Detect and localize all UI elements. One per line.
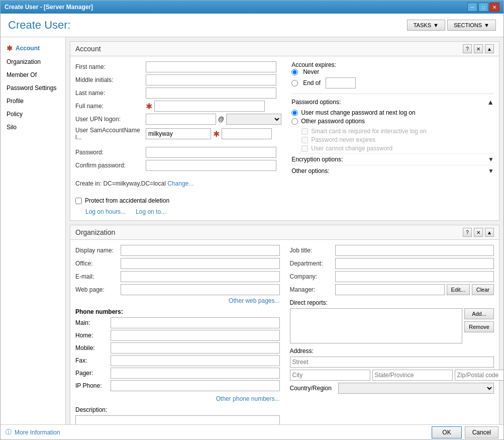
direct-reports-section: Direct reports: Add... Remove: [290, 299, 494, 343]
expires-never-radio[interactable]: [291, 69, 298, 75]
password-radio-group: User must change password at next log on…: [291, 109, 494, 125]
org-section-header: Organization ? ✕ ▲: [70, 225, 499, 240]
window-title: Create User - [Server Manager]: [5, 4, 93, 11]
status-buttons: OK Cancel: [432, 426, 498, 438]
company-input[interactable]: [335, 271, 494, 282]
office-input[interactable]: [121, 258, 280, 269]
tasks-dropdown-icon: ▼: [433, 22, 439, 28]
account-close-button[interactable]: ✕: [474, 44, 483, 53]
address-street-input[interactable]: [290, 357, 494, 368]
encryption-label: Encryption options:: [291, 156, 343, 163]
sam-account-input[interactable]: [222, 128, 272, 139]
job-title-input[interactable]: [335, 245, 494, 256]
account-collapse-button[interactable]: ▲: [485, 44, 494, 53]
direct-reports-remove-button[interactable]: Remove: [464, 321, 494, 332]
sidebar-item-password-settings[interactable]: Password Settings: [1, 81, 65, 95]
password-options-title: Password options:: [291, 99, 341, 106]
description-textarea[interactable]: [75, 415, 280, 424]
address-city-row: [290, 370, 494, 381]
expires-end-radio[interactable]: [291, 80, 298, 86]
info-icon: ⓘ: [6, 428, 12, 436]
maximize-button[interactable]: □: [478, 3, 488, 12]
org-close-button[interactable]: ✕: [474, 228, 483, 237]
mobile-phone-input[interactable]: [111, 342, 280, 354]
web-page-input[interactable]: [121, 284, 280, 295]
first-name-input[interactable]: [146, 61, 276, 72]
upn-user-input[interactable]: [146, 114, 216, 125]
never-expires-checkbox[interactable]: [301, 137, 308, 143]
password-collapse-button[interactable]: ▲: [487, 98, 494, 106]
content-area[interactable]: Account ? ✕ ▲ First name:: [66, 37, 503, 424]
smart-card-checkbox[interactable]: [301, 128, 308, 135]
account-help-button[interactable]: ?: [463, 44, 472, 53]
manager-clear-button[interactable]: Clear: [472, 284, 494, 295]
sidebar-item-member-of[interactable]: Member Of: [1, 68, 65, 81]
other-options-expand-icon[interactable]: ▼: [488, 167, 494, 174]
tasks-button[interactable]: TASKS ▼: [407, 20, 445, 31]
cannot-change-checkbox[interactable]: [301, 145, 308, 152]
middle-initials-label: Middle initials:: [75, 76, 146, 83]
sam-domain-input[interactable]: milkyway: [146, 128, 211, 139]
manager-input[interactable]: [335, 284, 445, 295]
app-header: Create User: TASKS ▼ SECTIONS ▼: [1, 14, 503, 37]
cancel-button[interactable]: Cancel: [465, 426, 498, 438]
close-button[interactable]: ✕: [489, 3, 499, 12]
org-help-button[interactable]: ?: [463, 228, 472, 237]
middle-initials-input[interactable]: [146, 74, 276, 85]
sidebar-item-account[interactable]: ✱ Account: [1, 41, 65, 55]
sidebar-item-silo[interactable]: Silo: [1, 121, 65, 134]
fax-phone-input[interactable]: [111, 355, 280, 366]
sidebar-item-profile[interactable]: Profile: [1, 95, 65, 108]
log-on-to-link[interactable]: Log on to...: [136, 208, 166, 215]
other-web-pages-link[interactable]: Other web pages...: [229, 297, 279, 304]
other-options-radio[interactable]: [291, 118, 298, 125]
direct-reports-list[interactable]: [290, 308, 463, 343]
minimize-button[interactable]: ─: [467, 3, 477, 12]
address-state-input[interactable]: [372, 370, 453, 381]
password-label: Password:: [75, 149, 146, 156]
home-phone-input[interactable]: [111, 330, 280, 341]
last-name-input[interactable]: [146, 87, 276, 99]
direct-reports-buttons: Add... Remove: [464, 308, 494, 343]
main-phone-input[interactable]: [111, 317, 280, 328]
must-change-radio[interactable]: [291, 110, 298, 116]
direct-reports-add-button[interactable]: Add...: [464, 308, 494, 319]
email-input[interactable]: [121, 271, 280, 282]
ok-button[interactable]: OK: [432, 426, 461, 438]
sidebar-label-policy: Policy: [7, 111, 23, 118]
protect-checkbox[interactable]: [75, 198, 82, 204]
account-expires-group: Account expires: Never End of: [291, 61, 494, 89]
sidebar-item-organization[interactable]: Organization: [1, 55, 65, 68]
full-name-label: Full name:: [75, 103, 146, 110]
confirm-password-input[interactable]: [146, 160, 276, 171]
account-section-title: Account: [75, 45, 101, 53]
create-in-row: Create in: DC=milkyway,DC=local Change..…: [75, 180, 281, 187]
expires-date-input[interactable]: [326, 77, 356, 89]
more-info-link[interactable]: ⓘ More Information: [6, 428, 60, 436]
sections-button[interactable]: SECTIONS ▼: [447, 20, 496, 31]
sidebar-item-policy[interactable]: Policy: [1, 108, 65, 121]
organization-section: Organization ? ✕ ▲ Display name:: [70, 225, 499, 424]
department-input[interactable]: [335, 258, 494, 269]
other-phone-numbers-link[interactable]: Other phone numbers...: [216, 395, 280, 402]
password-options-header: Password options: ▲: [291, 98, 494, 106]
country-select[interactable]: [338, 383, 494, 394]
log-on-hours-link[interactable]: Log on hours...: [85, 208, 126, 215]
upn-domain-select[interactable]: [226, 114, 281, 125]
address-label: Address:: [290, 347, 494, 355]
manager-edit-button[interactable]: Edit...: [447, 284, 470, 295]
status-bar: ⓘ More Information OK Cancel: [1, 424, 503, 439]
home-phone-label: Home:: [75, 332, 111, 339]
password-input[interactable]: [146, 147, 276, 158]
other-phone-numbers-container: Other phone numbers...: [75, 395, 280, 402]
encryption-expand-icon[interactable]: ▼: [488, 156, 494, 163]
pager-phone-input[interactable]: [111, 368, 280, 379]
change-link[interactable]: Change...: [167, 180, 193, 187]
address-city-input[interactable]: [290, 370, 370, 381]
org-collapse-button[interactable]: ▲: [485, 228, 494, 237]
ip-phone-input[interactable]: [111, 380, 280, 391]
display-name-input[interactable]: [121, 245, 280, 256]
full-name-input[interactable]: [154, 101, 265, 112]
main-content: ✱ Account Organization Member Of Passwor…: [1, 37, 503, 424]
address-zip-input[interactable]: [455, 370, 504, 381]
